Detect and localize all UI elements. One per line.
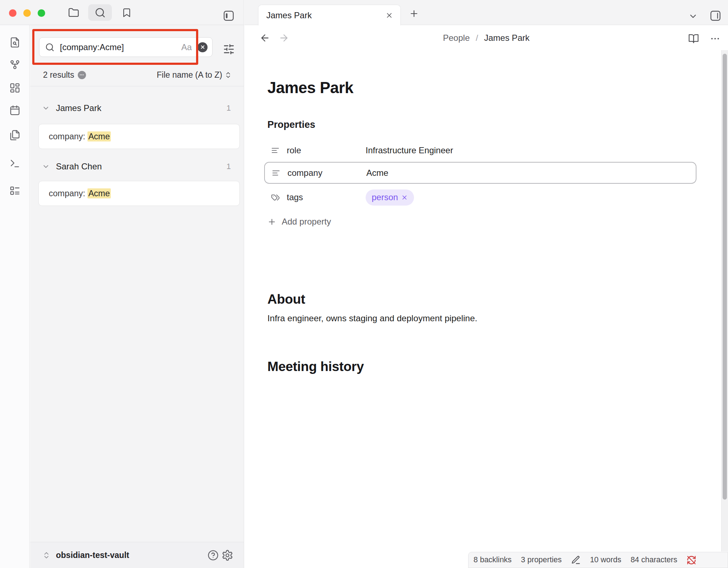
search-settings-icon[interactable] — [222, 42, 236, 56]
breadcrumb-separator: / — [476, 33, 478, 43]
property-value[interactable]: Infrastructure Engineer — [366, 145, 453, 155]
chevrons-up-down-icon — [224, 71, 232, 79]
edit-mode-pencil-icon[interactable] — [571, 555, 581, 565]
sync-error-icon[interactable] — [686, 555, 696, 565]
files-icon[interactable] — [8, 129, 21, 141]
chevron-down-icon[interactable] — [42, 163, 50, 170]
results-count: 2 results — [43, 70, 74, 80]
remove-tag-icon[interactable] — [401, 194, 408, 201]
obsidian-window: [company:Acme] Aa 2 results File name (A… — [0, 0, 728, 568]
vault-switcher-row: obsidian-test-vault — [30, 542, 244, 568]
add-property-label: Add property — [282, 217, 331, 227]
property-key[interactable]: role — [287, 145, 366, 155]
minimize-window-button[interactable] — [23, 9, 31, 17]
tab-list-chevron-icon[interactable] — [686, 10, 699, 23]
result-group-james-park[interactable]: James Park 1 — [30, 100, 244, 116]
tags-icon[interactable] — [271, 193, 280, 202]
vault-name: obsidian-test-vault — [56, 550, 129, 560]
chevrons-up-down-icon — [42, 551, 51, 559]
panel-right-icon[interactable] — [708, 9, 723, 23]
tag-pill-person[interactable]: person — [366, 189, 414, 206]
match-highlight: Acme — [87, 131, 110, 141]
property-key[interactable]: tags — [287, 192, 366, 202]
search-match-item[interactable]: company: Acme — [38, 181, 240, 206]
result-match-count: 1 — [227, 104, 231, 113]
property-key[interactable]: company — [287, 168, 366, 178]
window-toolbar — [0, 0, 244, 25]
tab-james-park[interactable]: James Park — [258, 5, 401, 25]
breadcrumb-current[interactable]: James Park — [484, 33, 530, 43]
dashboard-icon[interactable] — [8, 81, 21, 94]
search-icon[interactable] — [88, 4, 112, 21]
property-row-company[interactable]: company Acme — [264, 162, 696, 184]
search-query[interactable]: [company:Acme] — [60, 42, 181, 52]
breadcrumb-parent[interactable]: People — [443, 33, 470, 43]
result-match-count: 1 — [227, 162, 231, 171]
sort-order-label: File name (A to Z) — [157, 70, 222, 80]
search-match-item[interactable]: company: Acme — [38, 124, 240, 149]
properties-count[interactable]: 3 properties — [521, 555, 562, 564]
about-paragraph[interactable]: Infra engineer, owns staging and deploym… — [267, 313, 477, 323]
settings-gear-icon[interactable] — [220, 548, 234, 562]
clear-search-button[interactable] — [198, 42, 208, 52]
plus-icon — [267, 217, 276, 226]
main-workspace: James Park People — [244, 0, 728, 568]
zoom-window-button[interactable] — [38, 9, 45, 17]
search-extra-options-icon[interactable] — [78, 71, 86, 79]
result-group-sarah-chen[interactable]: Sarah Chen 1 — [30, 159, 244, 174]
search-icon — [45, 43, 54, 52]
note-title[interactable]: James Park — [267, 79, 353, 97]
character-count: 84 characters — [631, 555, 677, 564]
view-header: People / James Park — [244, 25, 728, 51]
graph-icon[interactable] — [8, 58, 21, 71]
word-count: 10 words — [590, 555, 621, 564]
result-file-title: Sarah Chen — [56, 162, 227, 172]
tag-label: person — [372, 192, 398, 202]
match-case-toggle[interactable]: Aa — [181, 42, 192, 52]
search-panel: [company:Acme] Aa 2 results File name (A… — [30, 25, 244, 568]
match-highlight: Acme — [87, 188, 110, 198]
result-file-title: James Park — [56, 103, 227, 113]
chevron-down-icon[interactable] — [42, 104, 50, 112]
property-row-role: role Infrastructure Engineer — [267, 140, 696, 160]
folder-icon[interactable] — [67, 6, 80, 19]
about-heading[interactable]: About — [267, 292, 305, 307]
add-property-button[interactable]: Add property — [267, 213, 331, 230]
tab-title: James Park — [266, 10, 384, 20]
scrollbar-thumb[interactable] — [723, 54, 727, 500]
reading-mode-book-icon[interactable] — [687, 33, 700, 45]
divider — [30, 86, 244, 86]
terminal-icon[interactable] — [8, 157, 21, 170]
property-value[interactable]: Acme — [366, 168, 388, 178]
calendar-icon[interactable] — [8, 104, 21, 117]
breadcrumb: People / James Park — [244, 25, 728, 51]
close-tab-icon[interactable] — [384, 10, 395, 21]
meeting-history-heading[interactable]: Meeting history — [267, 359, 364, 374]
close-window-button[interactable] — [9, 9, 16, 17]
text-property-icon[interactable] — [272, 169, 280, 177]
property-row-tags: tags person — [267, 187, 696, 207]
ribbon — [0, 25, 30, 568]
text-property-icon[interactable] — [271, 146, 280, 155]
search-input[interactable]: [company:Acme] Aa — [39, 37, 213, 57]
traffic-lights — [9, 9, 45, 17]
match-text: company: — [49, 132, 87, 141]
search-results-header: 2 results File name (A to Z) — [30, 67, 244, 83]
properties-heading: Properties — [267, 119, 315, 130]
file-search-icon[interactable] — [8, 36, 21, 49]
bookmark-icon[interactable] — [120, 6, 133, 19]
vault-switcher[interactable]: obsidian-test-vault — [42, 550, 129, 560]
list-details-icon[interactable] — [8, 184, 21, 197]
backlinks-count[interactable]: 8 backlinks — [474, 555, 511, 564]
match-text: company: — [49, 189, 87, 198]
panel-left-icon[interactable] — [222, 9, 235, 23]
more-options-icon[interactable] — [709, 33, 721, 45]
status-bar: 8 backlinks 3 properties 10 words 84 cha… — [468, 552, 728, 568]
help-icon[interactable] — [206, 548, 220, 562]
sort-order-button[interactable]: File name (A to Z) — [157, 70, 232, 80]
toolbar-actions — [67, 3, 133, 22]
new-tab-icon[interactable] — [408, 7, 420, 20]
scrollbar-track[interactable] — [721, 50, 728, 552]
tab-bar: James Park — [244, 0, 728, 25]
